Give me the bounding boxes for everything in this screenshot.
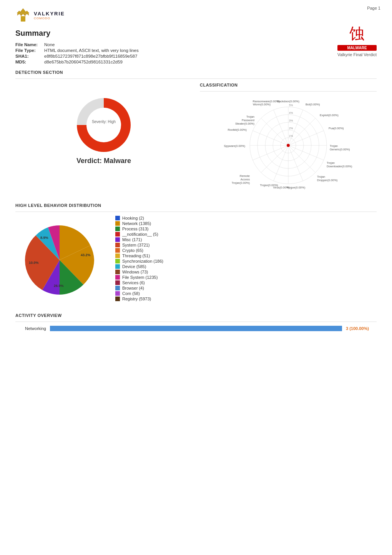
legend-item: File System (1235)	[115, 275, 163, 280]
verdict-final-label: Valkyrie Final Verdict	[337, 52, 377, 57]
svg-text:Downloader(0.00%): Downloader(0.00%)	[327, 165, 352, 168]
legend-label: Network (1385)	[122, 221, 151, 226]
svg-text:Dropper(0.00%): Dropper(0.00%)	[317, 178, 338, 182]
legend-label: Synchronization (186)	[122, 259, 163, 263]
svg-text:Backdoor(0.00%): Backdoor(0.00%)	[277, 100, 299, 103]
legend-label: Windows (73)	[122, 270, 148, 274]
meta-table: File Name: None File Type: HTML document…	[15, 42, 377, 64]
legend-color-box	[115, 280, 120, 285]
pie-chart-container: 43.2% 26.9% 10.0% 8.9%	[15, 216, 104, 305]
legend-list: Hooking (2)Network (1385)Process (313)__…	[115, 216, 163, 301]
activity-bar-row: Networking 3 (100.00%)	[15, 326, 377, 331]
svg-text:Worm(0.00%): Worm(0.00%)	[253, 103, 271, 106]
legend-color-box	[115, 264, 120, 269]
detection-section-header: DETECTION SECTION	[15, 70, 377, 79]
donut-container: Severity: High Verdict: Malware	[15, 83, 192, 173]
svg-text:5%: 5%	[289, 104, 293, 107]
file-type-row: File Type: HTML document, ASCII text, wi…	[15, 48, 377, 53]
legend-label: Device (585)	[122, 264, 146, 269]
svg-text:1%: 1%	[289, 135, 293, 137]
malware-icon: 蚀	[337, 23, 377, 44]
svg-text:3%: 3%	[289, 119, 293, 122]
activity-count: 3 (100.00%)	[346, 326, 377, 331]
activity-bar-fill	[50, 326, 342, 331]
svg-text:Trojan(0.00%): Trojan(0.00%)	[260, 183, 278, 187]
legend-item: Crypto (65)	[115, 248, 163, 253]
classification-col: CLASSIFICATION	[200, 83, 377, 195]
legend-color-box	[115, 248, 120, 253]
legend-item: Device (585)	[115, 264, 163, 269]
legend-item: __notification__ (5)	[115, 232, 163, 237]
svg-text:Trojan: Trojan	[327, 161, 335, 165]
radar-group: 1% 2% 3% 4% 5% Backdoor(0.00%) Bot(0.00%…	[224, 100, 352, 189]
logo-main-text: VALKYRIE	[34, 11, 65, 17]
md5-row: MD5: d8e675bb7b20604752d98161331c2d59	[15, 60, 377, 64]
legend-label: System (3721)	[122, 243, 150, 247]
svg-line-20	[253, 145, 288, 160]
donut-inner-circle	[86, 108, 121, 142]
verdict-area: 蚀 MALWARE Valkyrie Final Verdict	[337, 23, 377, 57]
activity-divider	[15, 322, 377, 322]
legend-color-box	[115, 259, 120, 263]
svg-line-19	[261, 145, 288, 173]
donut-severity-text: Severity: High	[92, 120, 116, 124]
file-type-label: File Type:	[15, 48, 42, 53]
svg-text:Password: Password	[242, 118, 254, 122]
svg-line-22	[253, 131, 288, 145]
svg-text:Trojan(0.00%): Trojan(0.00%)	[232, 181, 250, 185]
legend-item: Process (313)	[115, 227, 163, 231]
svg-text:Trojan: Trojan	[246, 115, 254, 118]
svg-text:8.9%: 8.9%	[40, 236, 48, 240]
page: Page 1 VALKYRIE COMODO Summary File Name…	[0, 0, 392, 555]
legend-color-box	[115, 275, 120, 280]
legend-color-box	[115, 297, 120, 301]
svg-line-16	[288, 145, 303, 181]
legend-label: Hooking (2)	[122, 216, 144, 220]
legend-color-box	[115, 227, 120, 231]
svg-rect-3	[21, 16, 25, 22]
legend-color-box	[115, 221, 120, 226]
svg-text:Generic(0.00%): Generic(0.00%)	[330, 148, 350, 151]
legend-item: Synchronization (186)	[115, 259, 163, 263]
svg-line-24	[274, 110, 288, 145]
md5-label: MD5:	[15, 60, 42, 64]
svg-text:43.2%: 43.2%	[81, 253, 91, 257]
svg-text:2%: 2%	[289, 127, 293, 130]
detection-section-title: DETECTION SECTION	[15, 70, 377, 75]
legend-item: Hooking (2)	[115, 216, 163, 220]
valkyrie-logo-icon	[15, 8, 31, 23]
svg-text:Ransomware(0.00%): Ransomware(0.00%)	[253, 100, 280, 103]
svg-text:Spyware(0.00%): Spyware(0.00%)	[224, 144, 246, 148]
legend-item: Threading (51)	[115, 253, 163, 258]
legend-color-box	[115, 237, 120, 242]
legend-label: __notification__ (5)	[122, 232, 158, 237]
svg-text:Trojan: Trojan	[317, 175, 325, 178]
legend-color-box	[115, 243, 120, 247]
file-name-row: File Name: None	[15, 42, 377, 47]
svg-text:Bot(0.00%): Bot(0.00%)	[306, 103, 320, 106]
detection-classification-columns: Severity: High Verdict: Malware CLASSIFI…	[15, 83, 377, 195]
radar-svg: 1% 2% 3% 4% 5% Backdoor(0.00%) Bot(0.00%…	[223, 95, 354, 195]
legend-label: Services (6)	[122, 280, 145, 285]
activity-section: ACTIVITY OVERVIEW Networking 3 (100.00%)	[15, 313, 377, 331]
md5-value: d8e675bb7b20604752d98161331c2d59	[44, 60, 123, 64]
behavior-section-title: HIGH LEVEL BEHAVIOR DISTRIBUTION	[15, 203, 377, 208]
legend-item: Misc (171)	[115, 237, 163, 242]
legend-item: Windows (73)	[115, 270, 163, 274]
svg-text:Trojan: Trojan	[330, 144, 338, 148]
file-name-value: None	[44, 42, 55, 47]
svg-line-15	[288, 145, 316, 173]
svg-text:Stealer(0.00%): Stealer(0.00%)	[235, 122, 255, 125]
legend-label: Registry (5973)	[122, 297, 151, 301]
svg-line-11	[288, 118, 316, 145]
activity-bar-bg	[50, 326, 342, 331]
svg-text:Access: Access	[241, 178, 250, 181]
malware-badge: MALWARE	[337, 45, 377, 51]
file-type-value: HTML document, ASCII text, with very lon…	[44, 48, 139, 53]
classification-divider	[200, 91, 377, 92]
pie-group: 43.2% 26.9% 10.0% 8.9%	[25, 225, 94, 295]
logo-text-area: VALKYRIE COMODO	[34, 11, 65, 20]
legend-item: System (3721)	[115, 243, 163, 247]
legend-color-box	[115, 253, 120, 258]
legend-label: File System (1235)	[122, 275, 158, 280]
